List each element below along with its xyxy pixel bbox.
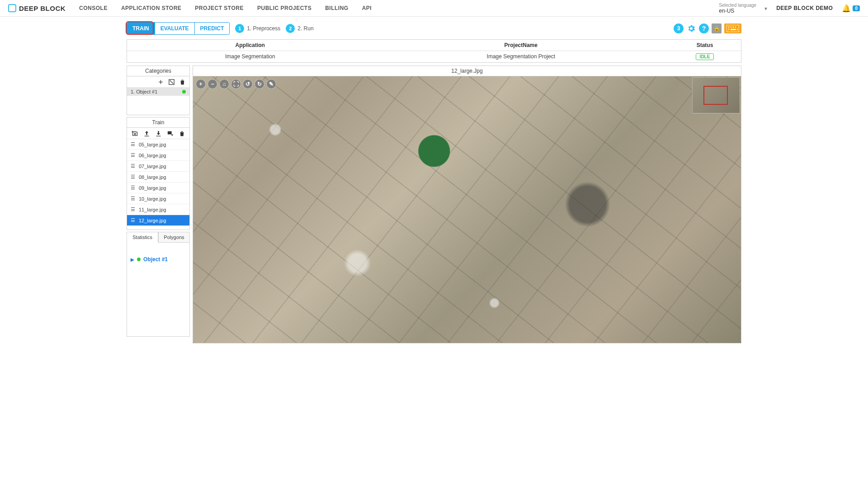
train-file-item[interactable]: ☰08_large.jpg	[127, 172, 189, 183]
top-nav: CONSOLE APPLICATION STORE PROJECT STORE …	[79, 5, 372, 11]
toolbar-right: 3 ? 🔒	[674, 23, 741, 33]
delete-category-button[interactable]	[179, 78, 186, 85]
col-status: Status	[669, 40, 741, 51]
edit-category-button[interactable]	[168, 78, 175, 85]
train-file-item[interactable]: ☰10_large.jpg	[127, 193, 189, 204]
categories-panel: Categories 1. Object #1	[127, 66, 190, 115]
nav-public-projects[interactable]: PUBLIC PROJECTS	[257, 5, 311, 11]
status-badge: IDLE	[696, 53, 714, 60]
logo[interactable]: DEEP BLOCK	[8, 4, 66, 12]
train-file-item[interactable]: ☰05_large.jpg	[127, 139, 189, 150]
language-selector[interactable]: Selected language en-US ▾	[719, 3, 767, 14]
tab-polygons[interactable]: Polygons	[158, 232, 190, 243]
train-file-label: 07_large.jpg	[139, 164, 166, 169]
svg-point-7	[737, 29, 738, 30]
count-badge[interactable]: 3	[674, 23, 684, 33]
zoom-out-button[interactable]: −	[208, 79, 217, 89]
category-label: 1. Object #1	[131, 89, 157, 94]
nav-billing[interactable]: BILLING	[325, 5, 349, 11]
train-panel: Train ☰05_large.jpg☰06_large.jpg☰07_larg…	[127, 117, 190, 230]
user-name[interactable]: DEEP BLOCK DEMO	[776, 5, 833, 11]
stat-object-row[interactable]: ▶ Object #1	[131, 256, 186, 263]
list-icon: ☰	[131, 163, 136, 169]
statistics-body: ▶ Object #1	[127, 243, 190, 337]
train-file-item[interactable]: ☰11_large.jpg	[127, 204, 189, 215]
download-button[interactable]	[155, 130, 162, 137]
notifications[interactable]: 🔔 0	[842, 4, 860, 13]
nav-project-store[interactable]: PROJECT STORE	[195, 5, 244, 11]
step-run[interactable]: 2 2. Run	[286, 24, 313, 33]
train-file-item[interactable]: ☰12_large.jpg	[127, 215, 189, 226]
step-num-1: 1	[235, 24, 244, 33]
train-file-label: 11_large.jpg	[139, 207, 166, 212]
list-icon: ☰	[131, 141, 136, 147]
project-table: Application ProjectName Status Image Seg…	[127, 39, 741, 63]
stat-color-dot	[137, 258, 141, 261]
add-image-button[interactable]	[166, 130, 174, 137]
step-num-2: 2	[286, 24, 295, 33]
train-file-label: 05_large.jpg	[139, 142, 166, 147]
upload-button[interactable]	[143, 130, 150, 137]
svg-rect-6	[731, 29, 736, 30]
list-icon: ☰	[131, 152, 136, 158]
nav-console[interactable]: CONSOLE	[79, 5, 108, 11]
svg-point-8	[134, 133, 136, 135]
col-application: Application	[127, 40, 373, 51]
train-file-label: 09_large.jpg	[139, 185, 166, 191]
nav-api[interactable]: API	[362, 5, 372, 11]
mode-evaluate[interactable]: EVALUATE	[155, 23, 194, 34]
val-status: IDLE	[669, 51, 741, 62]
delete-image-button[interactable]	[178, 130, 185, 137]
zoom-in-button[interactable]: +	[196, 79, 206, 89]
train-file-item[interactable]: ☰06_large.jpg	[127, 150, 189, 161]
val-application: Image Segmentation	[127, 51, 373, 62]
workspace: Categories 1. Object #1 Train	[127, 66, 741, 343]
rotate-left-button[interactable]: ↺	[243, 79, 253, 89]
minimap[interactable]	[692, 77, 740, 113]
language-label: Selected language	[719, 3, 756, 8]
notification-count: 0	[853, 5, 860, 11]
capture-button[interactable]	[131, 130, 138, 137]
svg-rect-0	[726, 25, 739, 32]
list-icon: ☰	[131, 206, 136, 212]
categories-title: Categories	[127, 66, 189, 76]
list-icon: ☰	[131, 217, 136, 223]
help-button[interactable]: ?	[699, 23, 709, 33]
tabs: Statistics Polygons	[127, 232, 190, 243]
train-file-label: 06_large.jpg	[139, 153, 166, 158]
train-tools	[127, 128, 189, 139]
mode-group: TRAIN EVALUATE PREDICT	[127, 22, 230, 35]
bell-icon: 🔔	[842, 4, 851, 13]
add-category-button[interactable]	[157, 78, 164, 85]
svg-point-1	[728, 27, 729, 28]
tab-statistics[interactable]: Statistics	[127, 232, 158, 243]
svg-point-5	[728, 29, 729, 30]
nav-app-store[interactable]: APPLICATION STORE	[121, 5, 181, 11]
category-color-dot	[182, 90, 186, 94]
category-item[interactable]: 1. Object #1	[127, 88, 189, 96]
train-file-list[interactable]: ☰05_large.jpg☰06_large.jpg☰07_large.jpg☰…	[127, 139, 189, 230]
viewer-tools: + − ⌂ ⛶ ↺ ↻ ✎	[196, 79, 276, 89]
rotate-right-button[interactable]: ↻	[255, 79, 264, 89]
chevron-down-icon: ▾	[764, 5, 767, 12]
stat-object-label: Object #1	[143, 256, 168, 263]
mode-predict[interactable]: PREDICT	[194, 23, 230, 34]
gear-icon	[687, 24, 696, 33]
train-file-item[interactable]: ☰09_large.jpg	[127, 183, 189, 193]
home-button[interactable]: ⌂	[219, 79, 229, 89]
fullscreen-button[interactable]: ⛶	[231, 79, 241, 89]
settings-button[interactable]	[686, 23, 696, 33]
minimap-viewport[interactable]	[703, 86, 728, 105]
draw-button[interactable]: ✎	[266, 79, 276, 89]
step-preprocess[interactable]: 1 1. Preprocess	[235, 24, 280, 33]
categories-tools	[127, 76, 189, 88]
expand-icon: ▶	[131, 257, 134, 262]
logo-text: DEEP BLOCK	[19, 5, 66, 12]
image-canvas[interactable]: + − ⌂ ⛶ ↺ ↻ ✎	[193, 76, 741, 343]
train-file-item[interactable]: ☰07_large.jpg	[127, 161, 189, 172]
mode-train[interactable]: TRAIN	[127, 23, 155, 34]
logo-icon	[8, 4, 16, 12]
keyboard-button[interactable]	[724, 23, 741, 33]
svg-point-3	[733, 27, 734, 28]
lock-button[interactable]: 🔒	[712, 23, 722, 33]
